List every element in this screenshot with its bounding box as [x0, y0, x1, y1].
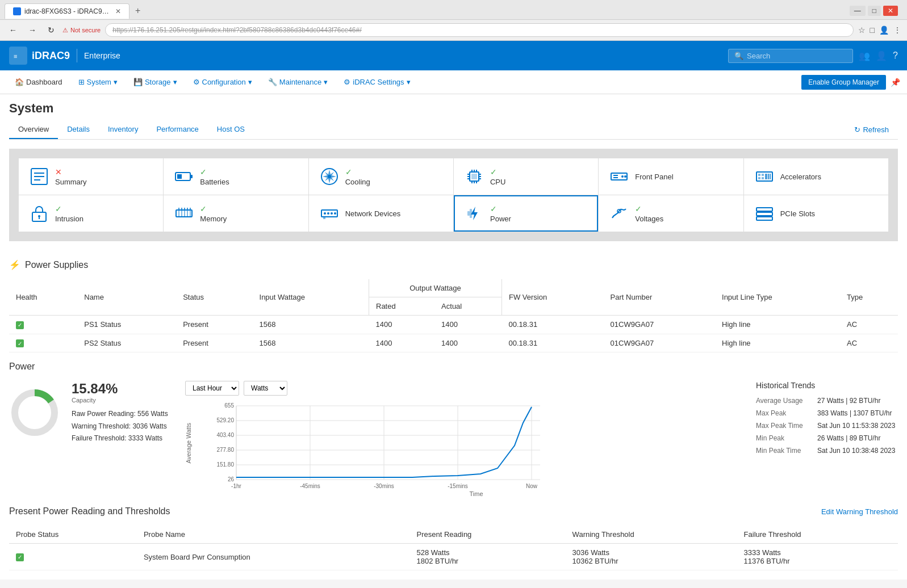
new-tab-button[interactable]: + [129, 2, 146, 19]
tab-title: idrac-8FXG6S3 - iDRAC9 - System [24, 7, 110, 15]
tab-performance[interactable]: Performance [147, 120, 207, 139]
search-box[interactable]: 🔍 [728, 49, 853, 63]
svg-text:≡: ≡ [14, 53, 17, 60]
home-icon: 🏠 [15, 78, 24, 86]
reload-button[interactable]: ↻ [44, 24, 58, 36]
component-front-panel[interactable]: Front Panel [599, 158, 743, 195]
time-range-select[interactable]: Last Hour Last Day Last Week [185, 381, 239, 396]
nav-item-maintenance[interactable]: 🔧 Maintenance ▾ [260, 70, 336, 94]
memory-check-icon: ✓ [200, 204, 207, 213]
ppr-probe-status: ✓ [9, 544, 137, 570]
component-cooling[interactable]: ✓ Cooling [309, 158, 453, 195]
component-memory[interactable]: ✓ Memory [164, 195, 308, 232]
trend-avg-usage: Average Usage 27 Watts | 92 BTU/hr [756, 397, 898, 405]
power-icon [464, 203, 484, 224]
tab-host-os[interactable]: Host OS [208, 120, 254, 139]
component-summary[interactable]: ✕ Summary [19, 158, 163, 195]
pin-icon[interactable]: 📌 [891, 78, 900, 87]
unit-select[interactable]: Watts BTU/hr [244, 381, 287, 396]
raw-power: Raw Power Reading: 556 Watts [72, 408, 168, 421]
summary-error-icon: ✕ [55, 167, 62, 177]
menu-icon[interactable]: ⋮ [893, 26, 901, 35]
edit-warning-threshold-link[interactable]: Edit Warning Threshold [821, 507, 898, 516]
tab-details[interactable]: Details [58, 120, 99, 139]
table-row: ✓ PS2 Status Present 1568 1400 1400 00.1… [9, 334, 898, 352]
url-bar[interactable]: https://176.16.251.205/restgui/index.htm… [105, 23, 853, 37]
minimize-button[interactable]: — [850, 6, 866, 16]
intrusion-check-icon: ✓ [55, 204, 62, 213]
component-voltages[interactable]: ✓ Voltages [599, 195, 743, 232]
tab-overview[interactable]: Overview [9, 120, 58, 139]
nav-item-idrac-settings[interactable]: ⚙ iDRAC Settings ▾ [336, 70, 418, 94]
intrusion-info: ✓ Intrusion [55, 204, 83, 223]
status-col-header: Status [176, 279, 252, 316]
svg-text:277.80: 277.80 [216, 447, 234, 453]
warning-threshold: Warning Threshold: 3036 Watts [72, 421, 168, 433]
ps1-fw-version: 00.18.31 [502, 316, 604, 334]
security-warning: ⚠ Not secure [62, 27, 101, 34]
profile-icon[interactable]: 👤 [879, 26, 889, 35]
tab-close-button[interactable]: ✕ [115, 7, 121, 15]
refresh-button[interactable]: ↻ Refresh [845, 121, 898, 138]
component-pcie-slots[interactable]: PCIe Slots [744, 195, 888, 232]
browser-tab[interactable]: idrac-8FXG6S3 - iDRAC9 - System ✕ [5, 3, 129, 19]
front-panel-label: Front Panel [635, 173, 673, 181]
svg-rect-8 [177, 174, 182, 179]
trends-title: Historical Trends [756, 381, 898, 390]
tab-favicon [13, 7, 21, 15]
svg-rect-7 [190, 175, 193, 178]
memory-info: ✓ Memory [200, 204, 227, 223]
search-input[interactable] [747, 52, 832, 60]
logo-separator [77, 49, 77, 62]
cpu-label: CPU [490, 178, 505, 186]
power-capacity-label: Capacity [72, 397, 168, 404]
extensions-icon[interactable]: □ [870, 26, 875, 35]
user-icon[interactable]: 👤 [876, 51, 887, 61]
trend-min-label: Min Peak [756, 434, 813, 442]
nav-item-configuration[interactable]: ⚙ Configuration ▾ [185, 70, 260, 94]
battery-icon [174, 166, 194, 187]
address-bar: ← → ↻ ⚠ Not secure https://176.16.251.20… [0, 20, 907, 40]
maximize-button[interactable]: □ [868, 6, 881, 16]
historical-trends: Historical Trends Average Usage 27 Watts… [756, 381, 898, 459]
logo-text: iDRAC9 [32, 50, 70, 62]
help-icon[interactable]: ? [893, 51, 898, 61]
ps1-type: AC [840, 316, 898, 334]
bookmark-icon[interactable]: ☆ [858, 26, 866, 35]
summary-info: ✕ Summary [55, 167, 87, 186]
tab-inventory[interactable]: Inventory [99, 120, 147, 139]
enable-group-manager-button[interactable]: Enable Group Manager [801, 75, 886, 90]
component-cpu[interactable]: ✓ CPU [454, 158, 598, 195]
svg-rect-32 [758, 177, 760, 179]
nav-item-system[interactable]: ⊞ System ▾ [70, 70, 126, 94]
power-label: Power [490, 215, 511, 223]
voltages-icon [609, 203, 629, 224]
table-row: ✓ System Board Pwr Consumption 528 Watts… [9, 544, 898, 570]
nav-item-dashboard[interactable]: 🏠 Dashboard [7, 70, 70, 94]
close-button[interactable]: ✕ [883, 6, 898, 16]
ps1-status: Present [176, 316, 252, 334]
component-intrusion[interactable]: ✓ Intrusion [19, 195, 163, 232]
cooling-check-icon: ✓ [345, 167, 352, 177]
power-supplies-section: ⚡ Power Supplies Health Name Status Inpu… [0, 250, 907, 362]
intrusion-icon [29, 203, 49, 224]
component-accelerators[interactable]: Accelerators [744, 158, 888, 195]
power-percentage: 15.84% [72, 381, 168, 397]
trend-min-value: 26 Watts | 89 BTU/hr [817, 434, 880, 442]
forward-button[interactable]: → [25, 24, 40, 36]
user-group-icon[interactable]: 👥 [859, 51, 870, 61]
svg-rect-63 [756, 217, 772, 220]
browser-chrome: idrac-8FXG6S3 - iDRAC9 - System ✕ + — □ … [0, 0, 907, 41]
trend-avg-label: Average Usage [756, 397, 813, 405]
ps1-actual: 1400 [434, 316, 501, 334]
component-power[interactable]: ✓ Power [454, 195, 598, 232]
search-icon: 🔍 [734, 52, 743, 60]
component-batteries[interactable]: ✓ Batteries [164, 158, 308, 195]
back-button[interactable]: ← [6, 24, 20, 36]
component-network-devices[interactable]: Network Devices [309, 195, 453, 232]
trend-min-peak-time: Min Peak Time Sat Jun 10 10:38:48 2023 [756, 447, 898, 455]
svg-rect-31 [758, 174, 760, 176]
warning-threshold-col-header: Warning Threshold [566, 526, 737, 544]
nav-item-storage[interactable]: 💾 Storage ▾ [126, 70, 185, 94]
svg-rect-58 [467, 211, 470, 216]
